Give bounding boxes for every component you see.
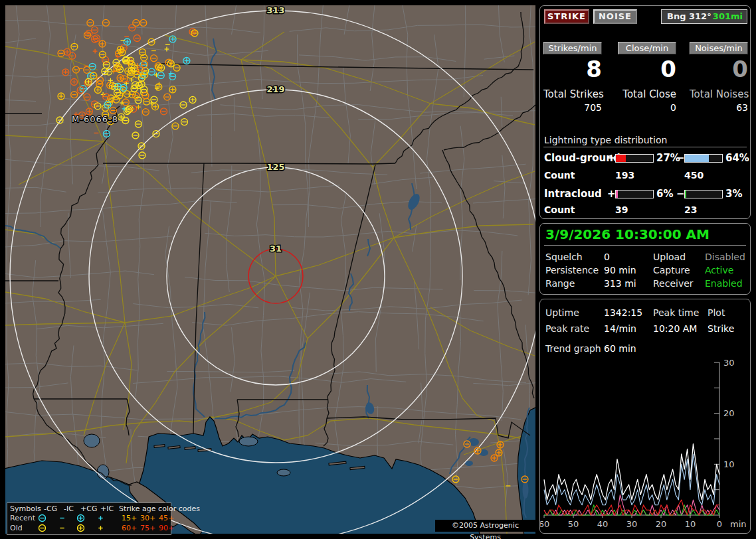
legend-symbol [96,514,106,524]
cg-plus-icon [76,514,86,522]
map-canvas[interactable]: 31125219313M-6066-8 [5,5,535,534]
x-axis-tick-label: 60 [540,519,549,529]
legend-symbol [37,524,47,534]
noise-toggle-button[interactable]: NOISE [593,9,637,24]
cg-minus-bar [684,154,723,163]
squelch-value: 0 [604,252,610,262]
range-ring-label: 313 [266,5,284,15]
legend-symbol [76,514,86,524]
x-axis-tick-label: 40 [597,519,609,529]
legend-symbol [57,514,67,524]
x-axis-tick-label: 30 [626,519,638,529]
legend-row-old: Old60+75+90+ [7,524,171,533]
strikes-per-min-chip: Strikes/min [543,42,602,54]
trend-graph-value: 60 min [604,343,636,354]
peak-rate-value: 14/min [604,323,636,334]
cg-minus-icon [37,524,47,532]
legend-col-ic-minus: -IC [64,504,74,513]
strike-stats-panel: STRIKE NOISE Bng 312° 301mi Strikes/min … [539,5,751,219]
capture-label: Capture [653,265,690,275]
close-per-min-chip: Close/min [618,42,676,54]
range-ring-label: 125 [266,162,284,172]
session-trend-panel: Uptime 1342:15 Peak time Plot Peak rate … [539,299,751,534]
cg-minus-sign: − [676,152,685,164]
receiver-status-panel: 3/9/2026 10:30:00 AM Squelch 0 Persisten… [539,223,751,295]
cg-minus-count: 450 [684,170,704,181]
legend-col-cg-plus: +CG [80,504,97,513]
strikes-rate-value: 8 [543,58,605,80]
x-axis-unit-label: min [730,519,747,529]
range-label: Range [545,278,575,289]
map-legend: Symbols -CG -IC +CG +IC Strike age color… [7,502,171,535]
cg-minus-pct: 64% [725,152,749,164]
legend-symbol [96,524,106,534]
y-axis-tick-label: 30 [723,358,735,368]
datetime-rule [544,245,746,246]
legend-col-cg-minus: -CG [44,504,57,513]
legend-age-title: Strike age color codes [119,504,200,513]
total-noises-label: Total Noises [690,88,748,100]
legend-row-recent: Recent15+30+45+ [7,514,171,523]
x-axis-tick-label: 20 [656,519,667,529]
x-axis-tick-label: 10 [685,519,696,529]
legend-age-code: 75+ [140,524,155,532]
total-close-value: 0 [618,102,679,113]
bearing-label: Bng 312° [667,10,711,23]
ic-plus-icon [96,524,106,532]
legend-symbol [37,514,47,524]
trend-series-cg-rate [544,454,719,505]
cg-plus-icon [76,524,86,532]
datetime-display: 3/9/2026 10:30:00 AM [545,226,709,242]
trend-series-cg-rate [544,500,719,515]
distribution-rule [543,147,747,147]
cg-plus-sign: + [607,152,616,164]
bearing-indicator: Bng 312° 301mi [661,9,747,24]
ic-minus-sign: − [676,188,685,200]
trend-graph: 1020306050403020100min [540,356,751,532]
legend-symbols-label: Symbols [10,504,41,513]
trend-graph-label: Trend graph [545,343,601,354]
legend-age-code: 45+ [159,514,174,522]
legend-age-code: 90+ [159,524,174,532]
x-axis-tick-label: 0 [717,519,722,529]
legend-age-code: 15+ [122,514,137,522]
persistence-label: Persistence [545,265,599,275]
receiver-label: Receiver [653,278,694,289]
plot-mode-value: Strike [708,323,734,334]
legend-symbol [57,524,67,534]
upload-label: Upload [653,252,686,262]
x-axis-tick-label: 50 [568,519,579,529]
peak-time-label: Peak time [653,307,699,318]
y-axis-tick-label: 10 [723,459,735,469]
lightning-map[interactable]: 31125219313M-6066-8 Symbols -CG -IC +CG … [5,5,535,534]
noises-rate-value: 0 [690,58,751,80]
copyright-text: ©2005 Astrogenic Systems [435,520,535,532]
cg-count-label: Count [544,170,575,181]
range-value: 313 mi [604,278,636,289]
ic-plus-count: 39 [615,204,628,215]
ic-row-label: Intracloud [544,188,602,200]
range-ring-label: 219 [266,84,284,94]
ic-plus-pct: 6% [656,188,673,200]
squelch-label: Squelch [545,252,583,262]
legend-age-code: 60+ [122,524,137,532]
plot-label: Plot [708,307,725,318]
range-ring-label: 31 [270,244,282,254]
trend-axes [544,362,719,518]
ic-count-label: Count [544,204,575,215]
ic-plus-sign: + [607,188,616,200]
ic-minus-icon [57,514,67,522]
total-close-label: Total Close [618,88,676,100]
peak-time-value: 10:20 AM [653,323,697,334]
storm-cell-label: M-6066-8 [72,114,118,124]
close-rate-value: 0 [618,58,679,80]
uptime-label: Uptime [545,307,579,318]
legend-age-old-label: Old [10,524,23,532]
capture-status: Active [705,265,733,275]
ic-plus-bar [615,190,654,198]
receiver-status: Enabled [705,278,743,289]
strike-toggle-button[interactable]: STRIKE [544,9,589,24]
legend-symbol [76,524,86,534]
total-strikes-value: 705 [543,102,605,113]
ic-minus-icon [57,524,67,532]
